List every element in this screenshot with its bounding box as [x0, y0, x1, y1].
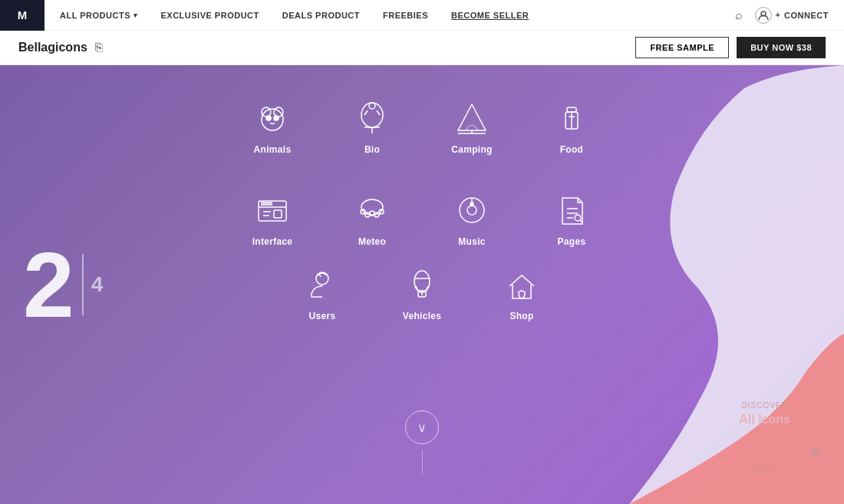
svg-marker-14 — [458, 104, 486, 130]
scroll-down-button[interactable]: ∨ — [405, 410, 439, 444]
current-slide: 2 — [23, 239, 74, 331]
svg-rect-26 — [262, 203, 264, 205]
svg-rect-28 — [269, 203, 272, 205]
music-icon — [452, 190, 492, 230]
users-icon — [302, 265, 342, 305]
food-label: Food — [560, 144, 584, 155]
nav-all-products[interactable]: ALL PRODUCTS ▾ — [60, 11, 137, 20]
svg-point-1 — [262, 109, 283, 130]
category-interface[interactable]: Interface — [223, 173, 322, 265]
scroll-indicator: ∨ — [405, 410, 439, 473]
bio-icon — [352, 98, 392, 138]
svg-point-45 — [414, 271, 430, 292]
svg-point-2 — [262, 107, 271, 117]
bio-label: Bio — [364, 144, 380, 155]
category-shop[interactable]: Shop — [472, 265, 572, 321]
nav-exclusive-product[interactable]: EXCLUSIVE PRODUCT — [160, 11, 259, 20]
interface-label: Interface — [252, 236, 293, 247]
category-camping[interactable]: Camping — [422, 81, 522, 173]
category-vehicles[interactable]: Vehicles — [372, 265, 472, 321]
counter-divider — [82, 254, 84, 315]
svg-point-11 — [369, 103, 375, 109]
users-label: Users — [309, 311, 336, 321]
shop-icon — [502, 265, 542, 305]
music-label: Music — [458, 236, 486, 247]
meteo-icon — [352, 190, 392, 230]
dropdown-caret-icon: ▾ — [134, 12, 138, 19]
category-users[interactable]: Users — [272, 265, 372, 321]
svg-point-42 — [575, 215, 581, 221]
discover-label: Discover — [739, 401, 790, 410]
nav-right: ⌕ + CONNECT — [735, 7, 844, 24]
main-nav: M ALL PRODUCTS ▾ EXCLUSIVE PRODUCT DEALS… — [0, 0, 844, 31]
svg-point-3 — [274, 107, 283, 117]
svg-rect-27 — [265, 203, 268, 205]
category-meteo[interactable]: Meteo — [322, 173, 422, 265]
slide-counter: 2 4 — [23, 239, 103, 331]
scroll-line — [422, 450, 423, 473]
free-sample-button[interactable]: FREE SAMPLE — [635, 37, 729, 58]
bookmark-icon[interactable]: ⎘ — [95, 41, 103, 54]
wave-decoration — [629, 65, 844, 504]
dot-indicator — [810, 447, 821, 458]
buy-now-button[interactable]: BUY NOW $38 — [737, 37, 826, 58]
product-title: Bellagicons — [18, 41, 87, 54]
discover-box: Discover All Icons › drag — [739, 401, 790, 473]
nav-deals-product[interactable]: DEALS PRODUCT — [282, 11, 360, 20]
svg-rect-25 — [274, 210, 282, 218]
interface-icon — [252, 190, 292, 230]
vehicles-icon — [402, 265, 442, 305]
main-content: 2 4 Animals — [0, 65, 844, 504]
drag-label: drag — [739, 465, 790, 473]
sub-nav-right: FREE SAMPLE BUY NOW $38 — [635, 37, 826, 58]
nav-freebies[interactable]: FREEBIES — [383, 11, 428, 20]
svg-line-12 — [364, 110, 368, 115]
discover-title: All Icons — [739, 412, 790, 427]
vehicles-label: Vehicles — [403, 311, 441, 321]
total-slides: 4 — [91, 272, 104, 297]
category-music[interactable]: Music — [422, 173, 522, 265]
animals-icon — [252, 98, 292, 138]
sub-nav-left: Bellagicons ⎘ — [18, 41, 103, 54]
nav-become-seller[interactable]: BECOME SELLER — [451, 11, 529, 20]
category-animals[interactable]: Animals — [223, 81, 322, 173]
nav-links: ALL PRODUCTS ▾ EXCLUSIVE PRODUCT DEALS P… — [45, 11, 735, 20]
pages-icon — [552, 190, 592, 230]
search-icon[interactable]: ⌕ — [735, 8, 743, 22]
food-icon — [552, 98, 592, 138]
animals-label: Animals — [254, 144, 292, 155]
user-icon — [755, 7, 772, 24]
camping-label: Camping — [451, 144, 492, 155]
svg-line-13 — [377, 110, 380, 115]
site-logo[interactable]: M — [0, 0, 45, 31]
camping-icon — [452, 98, 492, 138]
category-pages[interactable]: Pages — [522, 173, 621, 265]
category-bio[interactable]: Bio — [322, 81, 422, 173]
category-food[interactable]: Food — [522, 81, 621, 173]
sub-nav: Bellagicons ⎘ FREE SAMPLE BUY NOW $38 — [0, 31, 844, 65]
svg-rect-18 — [567, 107, 576, 112]
connect-button[interactable]: + CONNECT — [755, 7, 829, 24]
svg-point-36 — [467, 206, 476, 215]
shop-label: Shop — [509, 311, 533, 321]
svg-point-7 — [275, 118, 278, 120]
meteo-label: Meteo — [358, 236, 386, 247]
svg-point-44 — [316, 272, 328, 285]
plus-icon: + — [776, 11, 780, 19]
icons-grid-last-row: Users Vehicles — [272, 265, 572, 321]
pages-label: Pages — [558, 236, 586, 247]
discover-arrow-button[interactable]: › — [751, 434, 779, 462]
svg-point-6 — [268, 118, 270, 120]
